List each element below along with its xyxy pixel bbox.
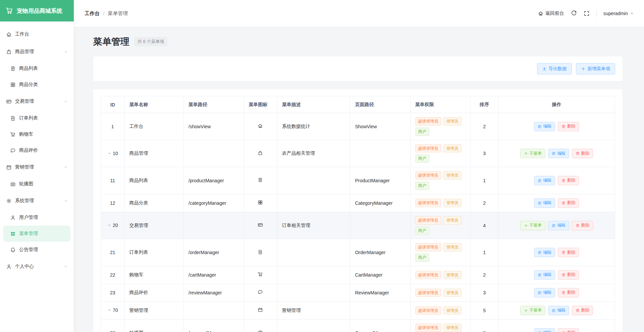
sidebar-item-5[interactable]: 个人中心 (0, 258, 74, 275)
edit-button[interactable]: 编辑 (534, 328, 555, 332)
refresh-icon (571, 10, 577, 16)
menu-count-badge: 共 6 个菜单项 (134, 37, 167, 46)
sidebar-item-4[interactable]: 系统管理 (0, 192, 74, 209)
column-header-label: 操作 (552, 102, 561, 107)
add-menu-item-button[interactable]: 新增菜单项 (576, 63, 615, 75)
fullscreen-button[interactable] (584, 10, 590, 16)
table-row-1: 1工作台/showView系统数据统计ShowView超级管理员管理员商户2编辑… (101, 113, 615, 140)
app-title: 宠物用品商城系统 (17, 7, 62, 15)
calendar-icon (258, 307, 263, 313)
sidebar-subitem-1-1[interactable]: 商品分类 (0, 77, 74, 93)
column-header: 页面路径 (350, 96, 410, 113)
sidebar-subitem-2-2[interactable]: 商品评价 (0, 142, 74, 158)
delete-button[interactable]: 删除 (572, 149, 593, 158)
sort-order: 5 (483, 308, 486, 313)
expand-row-button[interactable] (107, 308, 111, 312)
delete-button[interactable]: 删除 (558, 248, 579, 257)
perm-tag-superadmin: 超级管理员 (415, 144, 441, 153)
delete-button[interactable]: 删除 (558, 288, 579, 297)
edit-button[interactable]: 编辑 (534, 288, 555, 297)
edit-label: 编辑 (557, 307, 566, 313)
perm-tag-admin: 管理员 (443, 199, 462, 207)
edit-button[interactable]: 编辑 (534, 248, 555, 257)
column-header-label: 菜单名称 (129, 102, 148, 107)
delete-label: 删除 (567, 178, 575, 183)
sort-order: 2 (483, 124, 486, 129)
add-child-button[interactable]: 子菜单 (520, 221, 546, 230)
add-child-label: 子菜单 (529, 307, 542, 313)
edit-button[interactable]: 编辑 (548, 306, 569, 315)
breadcrumb: 工作台 / 菜单管理 (85, 10, 128, 17)
sidebar-subitem-4-2[interactable]: 公告管理 (0, 242, 74, 258)
trash-icon (561, 273, 566, 277)
perm-tag-superadmin: 超级管理员 (415, 324, 441, 332)
delete-button[interactable]: 删除 (558, 176, 579, 185)
breadcrumb-item-current: 菜单管理 (108, 10, 128, 17)
sidebar-item-0[interactable]: 工作台 (0, 26, 74, 43)
sidebar-subitem-label: 公告管理 (19, 247, 38, 253)
refresh-button[interactable] (571, 10, 577, 16)
sidebar-subitem-2-0[interactable]: 订单列表 (0, 110, 74, 126)
sidebar-subitem-2-1[interactable]: 购物车 (0, 126, 74, 142)
user-menu[interactable]: superadmin (603, 11, 634, 16)
sidebar-subitem-3-0[interactable]: 轮播图 (0, 176, 74, 192)
menu-name: 商品列表 (129, 178, 148, 183)
sort-order: 3 (483, 330, 486, 332)
page-path: CarouselManager (355, 330, 392, 332)
sidebar-subitem-4-0[interactable]: 用户管理 (0, 209, 74, 226)
sidebar-subitem-4-1[interactable]: 菜单管理 (3, 226, 70, 242)
trash-icon (576, 309, 580, 313)
bag-icon (258, 150, 263, 156)
chevron-up-icon (64, 50, 68, 54)
sidebar-item-1[interactable]: 商品管理 (0, 43, 74, 60)
chat-icon (10, 148, 16, 153)
expand-row-button[interactable] (107, 223, 111, 227)
edit-button[interactable]: 编辑 (548, 221, 569, 230)
breadcrumb-item-home[interactable]: 工作台 (85, 10, 100, 17)
column-header-label: 菜单权限 (415, 102, 434, 107)
sidebar-item-2[interactable]: 交易管理 (0, 93, 74, 110)
delete-button[interactable]: 删除 (558, 328, 579, 332)
cart-icon (258, 272, 263, 277)
main-area: 工作台 / 菜单管理 返回前台 superadmin 菜单管理 共 6 个菜单项 (74, 0, 644, 332)
export-data-button[interactable]: 导出数据 (537, 63, 572, 75)
edit-button[interactable]: 编辑 (534, 176, 555, 185)
edit-button[interactable]: 编辑 (548, 149, 569, 158)
sidebar-item-3[interactable]: 营销管理 (0, 158, 74, 176)
gear-icon (6, 198, 12, 204)
delete-button[interactable]: 删除 (558, 122, 579, 131)
menu-path: /orderManager (189, 250, 219, 255)
edit-icon (538, 273, 542, 277)
column-header: 菜单描述 (277, 96, 350, 113)
edit-button[interactable]: 编辑 (534, 198, 555, 208)
delete-button[interactable]: 删除 (558, 198, 579, 208)
back-to-front-label: 返回前台 (545, 10, 564, 16)
chevron-up-icon (64, 199, 68, 203)
delete-button[interactable]: 删除 (572, 306, 593, 315)
expand-row-button[interactable] (107, 151, 111, 155)
perm-tag-admin: 管理员 (443, 117, 462, 126)
sidebar-item-label: 个人中心 (15, 264, 34, 270)
edit-icon (538, 125, 542, 129)
edit-label: 编辑 (543, 250, 551, 255)
column-header-label: 页面路径 (355, 102, 374, 107)
delete-button[interactable]: 删除 (572, 221, 593, 230)
table-header-row: ID菜单名称菜单路径菜单图标菜单描述页面路径菜单权限排序操作 (101, 96, 615, 113)
perm-tag-superadmin: 超级管理员 (415, 216, 441, 225)
edit-button[interactable]: 编辑 (534, 122, 555, 131)
row-id: 1 (111, 124, 114, 129)
delete-button[interactable]: 删除 (558, 270, 579, 280)
add-child-button[interactable]: 子菜单 (520, 149, 546, 158)
add-child-button[interactable]: 子菜单 (520, 306, 546, 315)
trash-icon (561, 250, 566, 254)
menu-name: 轮播图 (129, 330, 144, 332)
edit-button[interactable]: 编辑 (534, 270, 555, 280)
sort-order: 3 (483, 290, 486, 295)
sidebar-subitem-label: 商品列表 (19, 65, 38, 72)
perm-tag-admin: 管理员 (443, 271, 462, 279)
menu-name: 交易管理 (129, 223, 148, 228)
sidebar-subitem-label: 订单列表 (19, 115, 38, 121)
sidebar-subitem-1-0[interactable]: 商品列表 (0, 60, 74, 77)
back-to-front-button[interactable]: 返回前台 (538, 10, 564, 16)
perm-tag-merchant: 商户 (415, 154, 429, 163)
